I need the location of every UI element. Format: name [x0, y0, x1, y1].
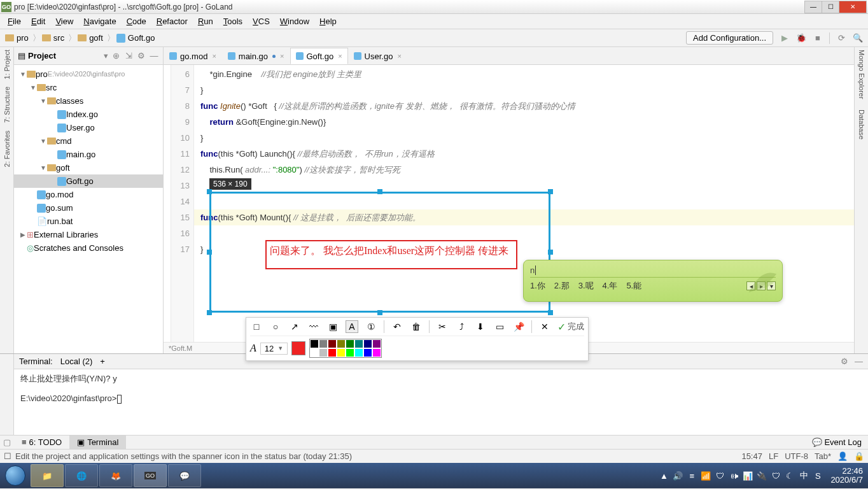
palette-color[interactable]: [354, 348, 363, 357]
terminal-tab-local[interactable]: Local (2): [60, 357, 93, 366]
tray-icon[interactable]: 📶: [701, 471, 711, 481]
shot-tool-8[interactable]: 🗑: [410, 320, 423, 333]
menu-navigate[interactable]: Navigate: [78, 17, 121, 26]
tray-icon[interactable]: S: [813, 471, 823, 481]
taskbar-explorer[interactable]: 📁: [31, 464, 64, 487]
taskbar-goland[interactable]: GO: [134, 464, 167, 487]
quick-actions-icon[interactable]: ☐: [4, 451, 11, 461]
resize-handle-ne[interactable]: [548, 189, 553, 194]
tree-item-scratches-and-consoles[interactable]: ◎ Scratches and Consoles: [14, 241, 163, 255]
taskbar-clock[interactable]: 22:462020/6/7: [830, 467, 863, 485]
tray-icon[interactable]: 🔊: [673, 471, 683, 481]
search-icon[interactable]: 🔍: [853, 33, 863, 43]
tray-icon[interactable]: 🕪: [729, 471, 739, 481]
close-button[interactable]: ✕: [839, 1, 867, 13]
tree-item-pro[interactable]: ▼ pro E:\video\2020\ginfast\pro: [14, 67, 163, 81]
palette-color[interactable]: [346, 348, 354, 357]
tree-item-user-go[interactable]: User.go: [14, 121, 163, 134]
settings-icon[interactable]: ⚙: [136, 51, 146, 61]
ime-candidate[interactable]: 2.那: [554, 280, 570, 292]
tray-icon[interactable]: 🛡: [715, 471, 725, 481]
maximize-button[interactable]: ☐: [822, 1, 839, 13]
tree-item-run-bat[interactable]: 📄 run.bat: [14, 215, 163, 228]
current-color[interactable]: [291, 341, 305, 355]
tray-icon[interactable]: 🛡: [771, 471, 781, 481]
tray-icon[interactable]: ≡: [687, 471, 697, 481]
add-configuration-button[interactable]: Add Configuration...: [686, 31, 773, 45]
editor-tab-user-go[interactable]: User.go×: [348, 48, 407, 64]
collapse-all-icon[interactable]: ⇲: [123, 51, 134, 61]
palette-color[interactable]: [328, 339, 337, 348]
shot-tool-14[interactable]: ✕: [538, 320, 551, 333]
line-separator[interactable]: LF: [769, 451, 778, 461]
shot-tool-12[interactable]: ▭: [493, 320, 506, 333]
resize-handle-n[interactable]: [377, 189, 382, 194]
ime-candidate[interactable]: 3.呢: [578, 280, 594, 292]
tray-icon[interactable]: ☾: [785, 471, 795, 481]
hide-icon[interactable]: —: [149, 51, 159, 61]
tray-icon[interactable]: 中: [799, 471, 809, 481]
editor-tab-goft-go[interactable]: Goft.go×: [290, 48, 348, 64]
tray-icon[interactable]: 🔌: [757, 471, 767, 481]
breadcrumb-goft.go[interactable]: Goft.go: [116, 33, 155, 43]
taskbar-chrome[interactable]: 🌐: [65, 464, 98, 487]
menu-edit[interactable]: Edit: [26, 17, 50, 26]
terminal-hide-icon[interactable]: —: [855, 357, 863, 366]
ime-candidate-window[interactable]: n 1.你2.那3.呢4.年5.能◂▸▾: [523, 260, 783, 302]
menu-vcs[interactable]: VCS: [248, 17, 275, 26]
palette-color[interactable]: [337, 348, 346, 357]
terminal-new-tab[interactable]: +: [100, 357, 105, 366]
palette-color[interactable]: [363, 348, 372, 357]
fold-gutter[interactable]: [164, 65, 171, 342]
indent-mode[interactable]: Tab*: [815, 451, 831, 461]
editor-tab-main-go[interactable]: main.go×: [222, 48, 290, 64]
toolwindow-toggle-icon[interactable]: ▢: [0, 437, 14, 447]
tree-item-classes[interactable]: ▼ classes: [14, 94, 163, 108]
breadcrumb-goft[interactable]: goft: [78, 33, 103, 43]
text-annotation[interactable]: 问题来了。 我怎么把Index和user这两个控制器 传进来: [270, 244, 508, 258]
tab-todo[interactable]: ≡6: TODO: [14, 436, 69, 449]
tool-tab-favorites[interactable]: 2: Favorites: [3, 131, 11, 167]
tree-item-src[interactable]: ▼ src: [14, 81, 163, 94]
event-log-button[interactable]: 💬 Event Log: [806, 437, 868, 447]
menu-run[interactable]: Run: [193, 17, 218, 26]
resize-handle-se[interactable]: [548, 310, 553, 315]
tree-item-cmd[interactable]: ▼ cmd: [14, 134, 163, 148]
resize-handle-w[interactable]: [207, 250, 212, 255]
tree-item-go-mod[interactable]: go.mod: [14, 188, 163, 201]
tree-item-external-libraries[interactable]: ▶⊞ External Libraries: [14, 228, 163, 241]
terminal-output[interactable]: 终止批处理操作吗(Y/N)? y E:\video\2020\ginfast\p…: [14, 369, 868, 435]
palette-color[interactable]: [337, 339, 346, 348]
shot-tool-11[interactable]: ⬇: [474, 320, 487, 333]
tool-tab-project[interactable]: 1: Project: [3, 50, 11, 79]
ime-candidate[interactable]: 1.你: [530, 280, 545, 292]
palette-color[interactable]: [372, 339, 381, 348]
shot-tool-1[interactable]: ○: [269, 320, 282, 333]
menu-code[interactable]: Code: [122, 17, 151, 26]
resize-handle-nw[interactable]: [207, 189, 212, 194]
palette-color[interactable]: [328, 348, 337, 357]
tool-tab-mongoexplorer[interactable]: Mongo Explorer: [858, 50, 865, 99]
inspections-icon[interactable]: 👤: [837, 451, 848, 461]
shot-tool-5[interactable]: A: [346, 320, 358, 333]
resize-handle-sw[interactable]: [207, 310, 212, 315]
tab-terminal[interactable]: ▣Terminal: [69, 436, 126, 449]
tree-item-goft-go[interactable]: Goft.go: [14, 174, 163, 188]
palette-color[interactable]: [372, 348, 381, 357]
editor-tab-go-mod[interactable]: go.mod×: [164, 48, 222, 64]
tool-tab-structure[interactable]: 7: Structure: [3, 87, 11, 123]
palette-color[interactable]: [354, 339, 363, 348]
resize-handle-s[interactable]: [377, 310, 382, 315]
palette-color[interactable]: [310, 339, 319, 348]
palette-color[interactable]: [319, 348, 328, 357]
tree-item-goft[interactable]: ▼ goft: [14, 161, 163, 174]
tool-tab-database[interactable]: Database: [858, 110, 865, 139]
menu-window[interactable]: Window: [275, 17, 314, 26]
breadcrumb-src[interactable]: src: [42, 33, 64, 43]
caret-position[interactable]: 15:47: [741, 451, 762, 461]
ime-candidate[interactable]: 5.能: [626, 280, 641, 292]
tray-icon[interactable]: 📊: [743, 471, 753, 481]
debug-icon[interactable]: 🐞: [796, 33, 806, 43]
shot-tool-9[interactable]: ✂: [436, 320, 449, 333]
taskbar-wechat[interactable]: 💬: [168, 464, 201, 487]
